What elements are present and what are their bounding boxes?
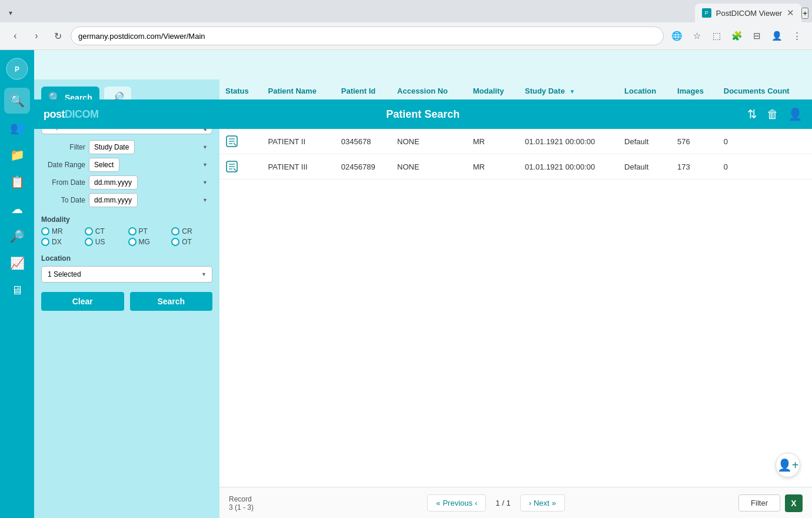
sidebar-item-search[interactable]: 🔍 xyxy=(4,88,30,114)
sidebar-item-list-search[interactable]: 🔎 xyxy=(4,223,30,249)
modality-cr: CR xyxy=(171,227,212,235)
address-bar[interactable]: germany.postdicom.com/Viewer/Main xyxy=(71,26,664,45)
modality-cr-radio[interactable] xyxy=(171,227,179,235)
forward-button[interactable]: › xyxy=(28,28,45,44)
previous-label: Previous xyxy=(442,499,472,507)
modality-dx-radio[interactable] xyxy=(41,238,49,246)
modality-ct-radio[interactable] xyxy=(85,227,93,235)
filter-select[interactable]: Study Date xyxy=(89,140,135,154)
to-date-row: To Date dd.mm.yyyy xyxy=(41,193,212,207)
delete-icon[interactable]: 🗑 xyxy=(767,108,778,121)
sidebar-item-reports[interactable]: 📋 xyxy=(4,169,30,195)
from-date-select[interactable]: dd.mm.yyyy xyxy=(89,175,138,190)
record-count: 3 (1 - 3) xyxy=(229,503,254,512)
pagination-right: Filter X xyxy=(738,494,803,512)
modality-dx-label: DX xyxy=(52,238,62,246)
cell-accession-no: NONE xyxy=(391,129,467,154)
tab-title: PostDICOM Viewer xyxy=(716,9,782,18)
cell-study-date: 01.01.1921 00:00:00 xyxy=(519,129,618,154)
to-date-label: To Date xyxy=(41,196,85,204)
cell-patient-id: 02456789 xyxy=(335,154,391,180)
cell-patient-id: 0345678 xyxy=(335,129,391,154)
sidebar-icon[interactable]: ⊟ xyxy=(748,28,765,44)
sidebar-item-upload[interactable]: ☁ xyxy=(4,196,30,222)
modality-mg: MG xyxy=(128,238,169,246)
modality-ot-radio[interactable] xyxy=(171,238,179,246)
filter-button[interactable]: Filter xyxy=(738,494,780,512)
sort-icon[interactable]: ⇅ xyxy=(747,107,757,121)
add-user-fab[interactable]: 👤+ xyxy=(776,453,800,477)
menu-icon[interactable]: ⋮ xyxy=(788,28,805,44)
previous-button[interactable]: « Previous ‹ xyxy=(427,494,486,512)
to-date-wrap: dd.mm.yyyy xyxy=(89,193,212,207)
clear-button[interactable]: Clear xyxy=(41,292,124,311)
next-label: Next xyxy=(534,499,550,507)
results-table: Status Patient Name Patient Id Accession… xyxy=(219,79,812,487)
active-tab[interactable]: P PostDICOM Viewer ✕ xyxy=(695,4,801,22)
reload-button[interactable]: ↻ xyxy=(49,28,66,44)
browser-tab-bar: ▾ P PostDICOM Viewer ✕ + xyxy=(0,0,812,22)
modality-grid: MR CT PT CR xyxy=(41,227,212,246)
cell-images: 576 xyxy=(671,129,718,154)
search-button[interactable]: Search xyxy=(130,292,213,311)
modality-pt-radio[interactable] xyxy=(128,227,137,235)
previous-chevrons: « xyxy=(436,499,440,507)
browser-toolbar-icons: 🌐 ☆ ⬚ 🧩 ⊟ 👤 ⋮ xyxy=(668,28,805,44)
cell-documents-count: 0 xyxy=(718,129,812,154)
new-tab-button[interactable]: + xyxy=(801,8,808,19)
bookmark-icon[interactable]: ☆ xyxy=(688,28,705,44)
date-range-select[interactable]: Select xyxy=(89,158,119,172)
cell-documents-count: 0 xyxy=(718,154,812,180)
date-range-row: Date Range Select xyxy=(41,158,212,172)
cell-status xyxy=(219,154,262,180)
modality-cr-label: CR xyxy=(182,227,192,235)
user-icon[interactable]: 👤 xyxy=(788,107,803,121)
table-row[interactable]: PATIENT II 0345678 NONE MR 01.01.1921 00… xyxy=(219,129,812,154)
modality-mr-radio[interactable] xyxy=(41,227,49,235)
excel-export-button[interactable]: X xyxy=(785,494,803,512)
url-display: germany.postdicom.com/Viewer/Main xyxy=(78,32,656,41)
next-button[interactable]: › Next » xyxy=(520,494,565,512)
modality-section: Modality MR CT PT xyxy=(41,215,212,246)
patients-table: Status Patient Name Patient Id Accession… xyxy=(219,79,812,180)
from-date-wrap: dd.mm.yyyy xyxy=(89,175,212,190)
sidebar-item-folder[interactable]: 📁 xyxy=(4,142,30,168)
main-content: Status Patient Name Patient Id Accession… xyxy=(219,79,812,518)
modality-ct: CT xyxy=(85,227,126,235)
cell-patient-name: PATIENT III xyxy=(262,154,335,180)
back-button[interactable]: ‹ xyxy=(7,28,24,44)
sidebar-item-analytics[interactable]: 📈 xyxy=(4,250,30,276)
cell-modality: MR xyxy=(467,129,519,154)
modality-mg-radio[interactable] xyxy=(128,238,137,246)
modality-us: US xyxy=(85,238,126,246)
cell-study-date: 01.01.1921 00:00:00 xyxy=(519,154,618,180)
location-select[interactable]: 1 Selected xyxy=(41,266,212,283)
app-header: postDICOM Patient Search ⇅ 🗑 👤 xyxy=(34,99,812,129)
cell-images: 173 xyxy=(671,154,718,180)
tab-overflow-btn[interactable]: ▾ xyxy=(4,6,18,20)
translate-icon[interactable]: 🌐 xyxy=(668,28,685,44)
to-date-select[interactable]: dd.mm.yyyy xyxy=(89,193,138,207)
sidebar-logo: P xyxy=(3,55,31,83)
sidebar: P 🔍 👥 📁 📋 ☁ 🔎 📈 🖥 xyxy=(0,50,34,518)
sidebar-item-patients[interactable]: 👥 xyxy=(4,115,30,141)
tab-favicon: P xyxy=(702,8,711,18)
profile-icon[interactable]: 👤 xyxy=(768,28,785,44)
record-info: Record 3 (1 - 3) xyxy=(229,495,254,512)
extensions-icon[interactable]: 🧩 xyxy=(728,28,745,44)
tab-close-btn[interactable]: ✕ xyxy=(787,8,794,18)
modality-pt: PT xyxy=(128,227,169,235)
tab-search-icon[interactable]: ⬚ xyxy=(708,28,725,44)
modality-mg-label: MG xyxy=(139,238,150,246)
page-title: Patient Search xyxy=(99,108,748,121)
modality-pt-label: PT xyxy=(139,227,148,235)
sidebar-item-monitor[interactable]: 🖥 xyxy=(4,277,30,303)
modality-us-label: US xyxy=(95,238,105,246)
pagination-controls: « Previous ‹ 1 / 1 › Next » xyxy=(427,494,565,512)
content-wrapper: 🔍 Search 🔎 🔍 Filter Study Date xyxy=(34,79,812,518)
table-row[interactable]: PATIENT III 02456789 NONE MR 01.01.1921 … xyxy=(219,154,812,180)
sort-icon-study-date: ▼ xyxy=(570,88,575,95)
modality-us-radio[interactable] xyxy=(85,238,93,246)
browser-toolbar: ‹ › ↻ germany.postdicom.com/Viewer/Main … xyxy=(0,22,812,49)
record-label: Record xyxy=(229,495,254,503)
